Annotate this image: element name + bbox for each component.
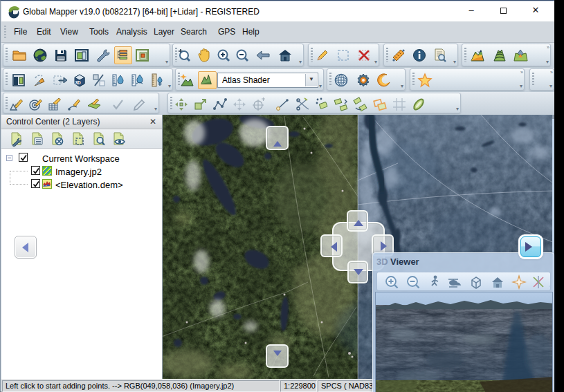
- svg-text:x°: x°: [15, 102, 19, 106]
- svg-text:3D: 3D: [75, 80, 82, 85]
